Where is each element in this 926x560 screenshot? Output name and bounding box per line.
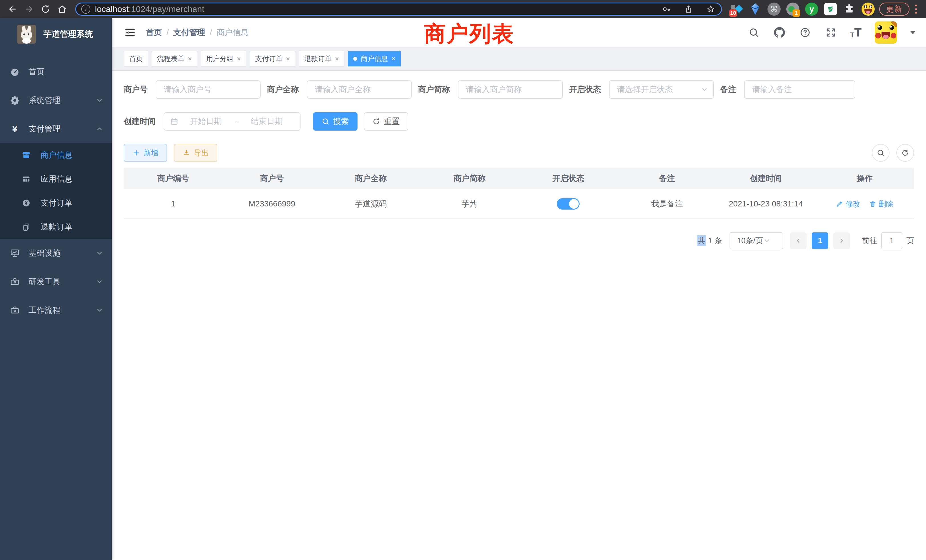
tab-user-group[interactable]: 用户分组× — [201, 51, 246, 67]
browser-home-icon[interactable] — [55, 2, 70, 17]
pencil-icon — [836, 200, 843, 207]
dashboard-icon — [10, 67, 20, 77]
tab-merchant-info[interactable]: 商户信息× — [348, 51, 401, 67]
share-icon[interactable] — [683, 4, 694, 14]
profile-avatar-emoji[interactable] — [862, 3, 875, 16]
close-icon[interactable]: × — [188, 55, 192, 62]
browser-forward-icon[interactable] — [22, 2, 36, 17]
full-name-input[interactable] — [307, 80, 412, 98]
chevron-down-icon — [96, 278, 103, 285]
store-icon — [22, 151, 31, 160]
short-name-input[interactable] — [458, 80, 563, 98]
extension-badge: 10 — [729, 9, 737, 17]
col-header: 创建时间 — [716, 173, 816, 184]
command-extension-icon[interactable]: ⌘ — [767, 3, 781, 16]
table-toolbar: 新增 导出 — [124, 144, 914, 162]
tags-view-bar: 首页 流程表单× 用户分组× 支付订单× 退款订单× 商户信息× — [112, 47, 926, 71]
sidebar-item-system[interactable]: 系统管理 — [0, 86, 112, 115]
active-dot — [353, 57, 357, 61]
chevron-left-icon — [795, 237, 802, 244]
date-range-picker[interactable]: 开始日期 - 结束日期 — [163, 112, 301, 130]
close-icon[interactable]: × — [392, 55, 395, 62]
add-button[interactable]: 新增 — [124, 144, 167, 162]
sidebar-item-label: 商户信息 — [41, 150, 73, 160]
close-icon[interactable]: × — [237, 55, 241, 62]
sidebar-item-infra[interactable]: 基础设施 — [0, 239, 112, 268]
sidebar-item-app-info[interactable]: 应用信息 — [0, 167, 112, 191]
merchant-no-label: 商户号 — [124, 84, 148, 95]
remark-label: 备注 — [720, 84, 736, 95]
puzzle-extensions-icon[interactable] — [843, 3, 856, 16]
sidebar-item-pay[interactable]: ¥ 支付管理 — [0, 115, 112, 143]
sidebar-item-refund-order[interactable]: 退款订单 — [0, 215, 112, 239]
cell-create-time: 2021-10-23 08:31:14 — [716, 199, 816, 209]
remark-input[interactable] — [744, 80, 855, 98]
next-page-button[interactable] — [833, 232, 850, 249]
date-end-placeholder: 结束日期 — [239, 116, 294, 127]
sidebar-logo[interactable]: 芋道管理系统 — [0, 18, 112, 50]
sidebar-item-pay-order[interactable]: 支付订单 — [0, 191, 112, 215]
site-info-icon[interactable]: i — [81, 5, 90, 14]
yen-icon: ¥ — [10, 124, 20, 134]
fullscreen-icon[interactable] — [825, 26, 837, 39]
sidebar-item-label: 支付订单 — [41, 198, 73, 209]
notes-extension-icon[interactable] — [824, 3, 837, 16]
status-toggle[interactable] — [557, 198, 580, 210]
bookmark-star-icon[interactable] — [706, 4, 716, 14]
y-extension-icon[interactable]: y — [805, 3, 818, 16]
breadcrumb: 首页 / 支付管理 / 商户信息 — [146, 27, 249, 38]
col-header: 操作 — [816, 173, 914, 184]
font-size-icon[interactable]: TT — [850, 27, 862, 38]
sidebar-item-label: 应用信息 — [41, 174, 73, 185]
tab-process-form[interactable]: 流程表单× — [152, 51, 197, 67]
close-icon[interactable]: × — [286, 55, 290, 62]
reset-button[interactable]: 重置 — [364, 112, 408, 130]
table-row: 1 M233666999 芋道源码 芋艿 我是备注 2021-10-23 08:… — [124, 189, 914, 219]
breadcrumb-home[interactable]: 首页 — [146, 27, 162, 38]
user-avatar[interactable] — [875, 21, 897, 44]
toolbox-icon — [10, 305, 20, 315]
search-icon[interactable] — [747, 26, 760, 39]
merchant-no-input[interactable] — [156, 80, 260, 98]
browser-update-button[interactable]: 更新 — [879, 3, 909, 16]
export-button[interactable]: 导出 — [174, 144, 217, 162]
search-button[interactable]: 搜索 — [313, 112, 357, 130]
browser-back-icon[interactable] — [5, 2, 20, 17]
sidebar-item-home[interactable]: 首页 — [0, 58, 112, 86]
sidebar-item-label: 研发工具 — [29, 276, 61, 287]
browser-reload-icon[interactable] — [38, 2, 53, 17]
toolbox-icon — [10, 277, 20, 287]
date-start-placeholder: 开始日期 — [179, 116, 233, 127]
refresh-table-button[interactable] — [896, 144, 914, 162]
sidebar-item-merchant-info[interactable]: 商户信息 — [0, 143, 112, 167]
close-icon[interactable]: × — [335, 55, 339, 62]
tab-refund-order[interactable]: 退款订单× — [299, 51, 344, 67]
tab-manager-extension-icon[interactable]: 10 — [730, 3, 743, 16]
browser-menu-icon[interactable] — [915, 5, 917, 14]
tab-pay-order[interactable]: 支付订单× — [250, 51, 295, 67]
goto-page-input[interactable] — [881, 232, 902, 249]
page-size-select[interactable]: 10条/页 — [729, 232, 783, 249]
tab-home[interactable]: 首页 — [124, 51, 148, 67]
sidebar-item-devtools[interactable]: 研发工具 — [0, 268, 112, 296]
col-header: 商户号 — [222, 173, 322, 184]
breadcrumb-pay[interactable]: 支付管理 — [173, 27, 205, 38]
sidebar-item-label: 工作流程 — [29, 305, 61, 316]
recorder-extension-icon[interactable]: 1 — [786, 3, 799, 16]
status-select[interactable]: 请选择开启状态 — [609, 80, 714, 98]
sidebar-item-workflow[interactable]: 工作流程 — [0, 296, 112, 324]
avatar-dropdown-caret[interactable] — [910, 31, 916, 34]
page-number-1[interactable]: 1 — [812, 232, 828, 249]
gem-extension-icon[interactable] — [749, 3, 762, 16]
col-header: 商户全称 — [321, 173, 420, 184]
show-search-button[interactable] — [872, 144, 890, 162]
help-icon[interactable] — [799, 26, 811, 39]
prev-page-button[interactable] — [790, 232, 806, 249]
delete-link[interactable]: 删除 — [869, 199, 894, 209]
address-bar[interactable]: i localhost:1024/pay/merchant — [75, 3, 722, 16]
gear-icon — [10, 95, 20, 106]
github-icon[interactable] — [773, 26, 786, 39]
edit-link[interactable]: 修改 — [836, 199, 861, 209]
sidebar-fold-icon[interactable] — [124, 26, 136, 39]
password-key-icon[interactable] — [661, 4, 672, 14]
